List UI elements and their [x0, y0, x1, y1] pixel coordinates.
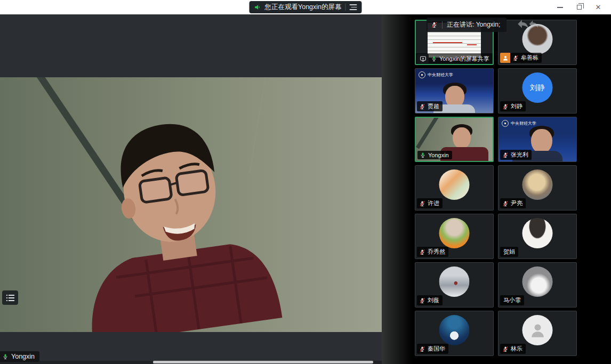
- avatar-photo: [522, 266, 553, 297]
- banner-divider: [442, 21, 443, 29]
- screen-share-icon: [417, 54, 429, 63]
- redo-arrow-icon: [528, 18, 540, 30]
- stage-speaker-label: Yongxin: [0, 351, 39, 362]
- tile-participant[interactable]: 乔秀然: [415, 214, 494, 259]
- mic-muted-icon: [502, 103, 509, 110]
- participant-name: 马小霏: [503, 296, 521, 304]
- mic-muted-icon: [502, 152, 509, 158]
- tile-participant[interactable]: 尹亮: [498, 165, 577, 211]
- screen-share-label: Yongxin的屏幕共享: [416, 53, 493, 64]
- stage-video-yongxin[interactable]: [0, 77, 382, 332]
- mic-muted-icon: [502, 346, 509, 352]
- tile-participant[interactable]: 刘静 刘静: [498, 68, 577, 114]
- tile-participant[interactable]: 许进: [415, 165, 494, 211]
- close-icon: ✕: [596, 4, 601, 11]
- restore-button[interactable]: [572, 1, 586, 14]
- title-bar: 您正在观看Yongxin的屏幕 ✕: [0, 0, 611, 14]
- mic-muted-icon: [502, 200, 509, 207]
- mic-muted-icon: [419, 200, 425, 207]
- annotation-undo-arrows[interactable]: [516, 17, 545, 31]
- mic-muted-icon: [512, 55, 519, 61]
- avatar-photo: [439, 169, 470, 200]
- minimize-icon: [557, 7, 563, 8]
- host-badge-icon: [500, 53, 510, 63]
- participants-grid: Yongxin的屏幕共享 牟善栋 中央财经: [415, 20, 577, 356]
- tile-participant-yongxin[interactable]: Yongxin: [415, 117, 494, 162]
- participant-name: 乔秀然: [428, 248, 445, 256]
- university-crest: 中央财经大学: [419, 71, 453, 78]
- meeting-window: 您正在观看Yongxin的屏幕 ✕: [0, 0, 611, 364]
- avatar-photo: [522, 218, 553, 248]
- share-scrollbar-track: [0, 361, 382, 364]
- tile-participant[interactable]: 贺娟: [498, 214, 577, 259]
- stage-speaker-name: Yongxin: [11, 353, 35, 360]
- close-button[interactable]: ✕: [591, 1, 606, 14]
- tile-participant[interactable]: 林乐: [498, 311, 577, 356]
- speaker-on-icon: [254, 4, 261, 11]
- speaker-video-frame: [0, 77, 382, 332]
- participant-name: 尹亮: [511, 199, 522, 207]
- participant-name: 林乐: [511, 345, 522, 353]
- university-name: 中央财经大学: [511, 120, 536, 126]
- tile-participant[interactable]: 中央财经大学 张光利: [498, 117, 577, 162]
- speaking-banner[interactable]: 正在讲话: Yongxin;: [427, 18, 507, 32]
- participant-name: 贺娟: [503, 248, 515, 256]
- participant-name: 许进: [428, 199, 439, 207]
- mic-muted-icon: [431, 21, 438, 28]
- minimize-button[interactable]: [552, 1, 567, 14]
- avatar-photo: [522, 169, 553, 200]
- participant-name: 牟善栋: [521, 54, 538, 62]
- participant-name: Yongxin: [428, 152, 449, 158]
- speaking-banner-text: 正在讲话: Yongxin;: [447, 20, 500, 29]
- mic-muted-icon: [419, 103, 425, 110]
- participant-name: 贾超: [428, 102, 439, 110]
- watching-screen-label: 您正在观看Yongxin的屏幕: [264, 3, 341, 12]
- list-view-icon: [6, 295, 14, 301]
- participant-name: Yongxin的屏幕共享: [439, 55, 489, 63]
- mic-muted-icon: [419, 346, 425, 352]
- mic-on-icon: [2, 353, 9, 360]
- share-scrollbar-thumb[interactable]: [153, 361, 373, 363]
- avatar-text: 刘静: [530, 83, 545, 93]
- mic-on-icon: [431, 55, 437, 62]
- participant-name: 刘薇: [428, 296, 439, 304]
- participant-name: 秦国华: [428, 345, 445, 353]
- pill-divider: [345, 4, 346, 11]
- tile-participant[interactable]: 马小霏: [498, 262, 577, 308]
- avatar-photo: [439, 266, 470, 297]
- mic-on-icon: [420, 152, 426, 158]
- tile-participant[interactable]: 秦国华: [415, 311, 494, 356]
- avatar-photo: [439, 218, 470, 248]
- avatar-default-icon: [522, 315, 553, 345]
- window-controls: ✕: [552, 0, 606, 14]
- avatar-photo: [439, 315, 470, 345]
- avatar-initials: 刘静: [522, 72, 553, 103]
- university-name: 中央财经大学: [428, 72, 453, 78]
- participant-name: 刘静: [511, 102, 522, 110]
- participant-list-toggle-button[interactable]: [2, 290, 18, 305]
- watching-screen-pill[interactable]: 您正在观看Yongxin的屏幕: [249, 1, 361, 13]
- tile-participant[interactable]: 中央财经大学 贾超: [415, 68, 494, 114]
- participants-sidebar: Yongxin的屏幕共享 牟善栋 中央财经: [382, 14, 611, 364]
- main-stage: Yongxin: [0, 14, 382, 364]
- participant-name: 张光利: [511, 151, 528, 159]
- tile-participant[interactable]: 刘薇: [415, 262, 494, 308]
- restore-icon: [577, 5, 582, 10]
- mic-muted-icon: [419, 297, 425, 304]
- meeting-controls-menu-icon[interactable]: [350, 4, 357, 10]
- university-crest: 中央财经大学: [502, 120, 536, 127]
- mic-muted-icon: [419, 249, 425, 255]
